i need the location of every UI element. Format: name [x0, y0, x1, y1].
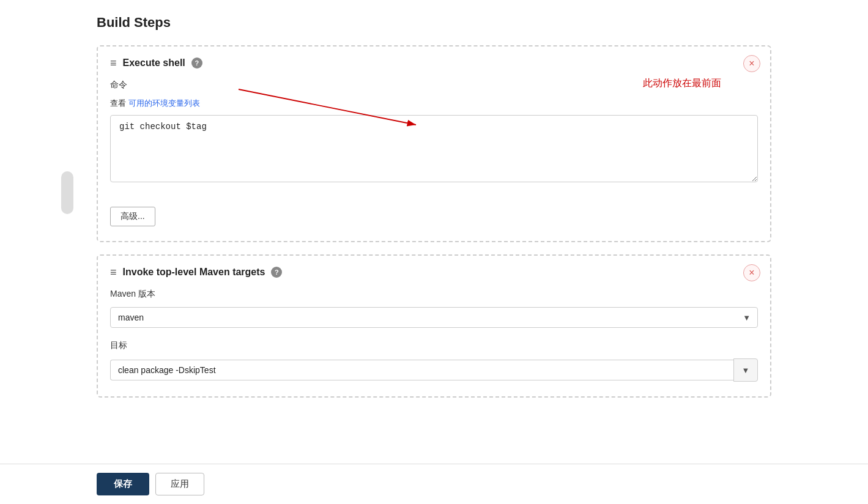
save-button[interactable]: 保存	[97, 473, 149, 495]
env-link-prefix: 查看	[110, 98, 128, 108]
step2-help-icon[interactable]: ?	[271, 267, 282, 278]
step1-close-button[interactable]: ×	[743, 55, 760, 72]
step2-title: Invoke top-level Maven targets	[123, 267, 265, 278]
maven-version-label: Maven 版本	[110, 289, 758, 300]
step1-title: Execute shell	[123, 57, 185, 69]
step1-header: ≡ Execute shell ?	[110, 57, 758, 69]
maven-version-select-wrapper: maven maven-3.8 maven-3.6 ▼	[110, 307, 758, 328]
env-variables-link[interactable]: 可用的环境变量列表	[128, 98, 200, 108]
maven-version-select[interactable]: maven maven-3.8 maven-3.6	[110, 307, 758, 328]
drag-handle-icon-2[interactable]: ≡	[110, 267, 117, 278]
drag-handle-icon[interactable]: ≡	[110, 57, 117, 69]
page-title: Build Steps	[97, 10, 771, 31]
env-link-row: 查看 可用的环境变量列表	[110, 98, 758, 109]
step2-close-button[interactable]: ×	[743, 264, 760, 281]
step-card-maven: ≡ Invoke top-level Maven targets ? × Mav…	[97, 254, 771, 398]
target-input[interactable]	[110, 360, 733, 380]
scrollbar-hint[interactable]	[61, 171, 73, 214]
target-row: ▼	[110, 358, 758, 382]
step2-header: ≡ Invoke top-level Maven targets ?	[110, 267, 758, 278]
step-card-execute-shell: ≡ Execute shell ? × 此动作放在最前面 命令 查看 可用的环境…	[97, 45, 771, 242]
shell-command-textarea[interactable]: git checkout $tag	[110, 115, 758, 182]
apply-button[interactable]: 应用	[155, 473, 204, 495]
bottom-bar: 保存 应用	[0, 464, 868, 504]
target-dropdown-button[interactable]: ▼	[733, 358, 758, 382]
advanced-button[interactable]: 高级...	[110, 207, 155, 226]
step1-help-icon[interactable]: ?	[191, 57, 202, 69]
command-label: 命令	[110, 80, 758, 91]
target-label: 目标	[110, 340, 758, 351]
